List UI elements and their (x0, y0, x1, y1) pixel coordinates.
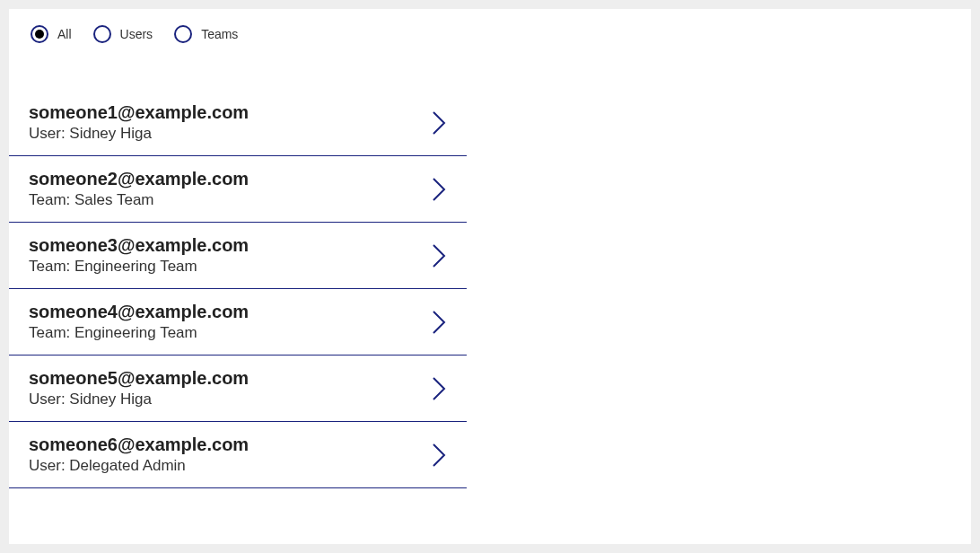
chevron-right-icon (431, 176, 447, 203)
list-item-primary: someone2@example.com (29, 169, 249, 189)
radio-label: Teams (201, 27, 238, 41)
list-item[interactable]: someone1@example.com User: Sidney Higa (9, 90, 467, 156)
radio-icon (31, 25, 48, 43)
list-item-secondary: Team: Sales Team (29, 191, 249, 209)
list-item-text: someone3@example.com Team: Engineering T… (29, 235, 249, 276)
list-item-primary: someone4@example.com (29, 302, 249, 322)
chevron-right-icon (431, 442, 447, 469)
chevron-right-icon (431, 309, 447, 336)
list-item-text: someone6@example.com User: Delegated Adm… (29, 434, 249, 475)
list-item[interactable]: someone4@example.com Team: Engineering T… (9, 289, 467, 356)
radio-option-all[interactable]: All (31, 25, 72, 43)
list-item-primary: someone5@example.com (29, 368, 249, 389)
panel: All Users Teams someone1@example.com Use… (9, 9, 971, 544)
radio-label: Users (120, 27, 153, 41)
list-item[interactable]: someone2@example.com Team: Sales Team (9, 156, 467, 223)
radio-option-teams[interactable]: Teams (174, 25, 238, 43)
radio-option-users[interactable]: Users (93, 25, 153, 43)
list-item-secondary: User: Sidney Higa (29, 391, 249, 408)
chevron-right-icon (431, 242, 447, 269)
chevron-right-icon (431, 110, 447, 136)
radio-icon (174, 25, 192, 43)
chevron-right-icon (431, 375, 447, 402)
list-item-primary: someone3@example.com (29, 235, 249, 256)
list-item-secondary: User: Delegated Admin (29, 457, 249, 475)
list-item-primary: someone6@example.com (29, 434, 249, 455)
radio-icon (93, 25, 111, 43)
list-item[interactable]: someone5@example.com User: Sidney Higa (9, 356, 467, 422)
list-item-text: someone4@example.com Team: Engineering T… (29, 302, 249, 342)
list-item-secondary: Team: Engineering Team (29, 324, 249, 342)
filter-bar: All Users Teams (9, 9, 971, 43)
list-item-text: someone1@example.com User: Sidney Higa (29, 102, 249, 143)
mailbox-list[interactable]: someone1@example.com User: Sidney Higa s… (9, 90, 467, 530)
list-item-text: someone2@example.com Team: Sales Team (29, 169, 249, 209)
radio-label: All (57, 27, 72, 41)
list-item[interactable]: someone6@example.com User: Delegated Adm… (9, 422, 467, 488)
list-item-secondary: Team: Engineering Team (29, 258, 249, 276)
list-item-secondary: User: Sidney Higa (29, 125, 249, 143)
list-item-primary: someone1@example.com (29, 102, 249, 123)
list-item[interactable]: someone3@example.com Team: Engineering T… (9, 223, 467, 289)
list-item-text: someone5@example.com User: Sidney Higa (29, 368, 249, 408)
